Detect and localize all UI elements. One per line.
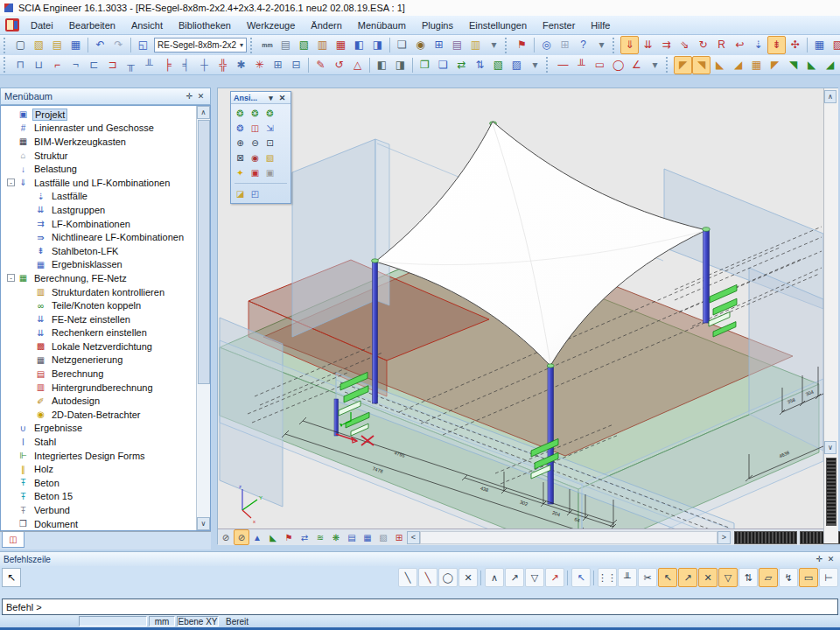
view-axo-2-button[interactable]: ❂ bbox=[248, 106, 262, 121]
expander-icon[interactable] bbox=[7, 137, 15, 145]
hinge-button[interactable]: ╡ bbox=[177, 56, 195, 74]
tree-item[interactable]: ◉ 2D-Daten-Betrachter bbox=[2, 408, 196, 422]
rectangle-button[interactable]: ▭ bbox=[591, 56, 609, 74]
wall-f4-button[interactable]: ◢ bbox=[729, 56, 747, 74]
menu-item[interactable]: Datei bbox=[23, 18, 61, 33]
expander-icon[interactable]: - bbox=[7, 178, 15, 186]
expander-icon[interactable] bbox=[7, 520, 15, 528]
calculator-button[interactable]: ⊞ bbox=[430, 36, 448, 54]
paste-button[interactable]: ❏ bbox=[434, 56, 452, 74]
snap-line-button[interactable]: ╲ bbox=[398, 568, 417, 587]
snap-intersection-toggle[interactable]: ✕ bbox=[698, 568, 718, 587]
expander-icon[interactable] bbox=[24, 234, 32, 242]
tree-item[interactable]: Ŧ Beton bbox=[2, 476, 196, 490]
menu-item[interactable]: Menübaum bbox=[350, 18, 414, 33]
toolbar-grip[interactable] bbox=[546, 57, 550, 73]
pin-icon[interactable]: ✛ bbox=[184, 91, 195, 102]
load-displacement-button[interactable]: ↩ bbox=[731, 36, 749, 54]
expander-icon[interactable] bbox=[7, 165, 15, 173]
scroll-down-icon[interactable]: ∨ bbox=[197, 517, 210, 530]
expander-icon[interactable] bbox=[24, 302, 32, 310]
expander-icon[interactable] bbox=[7, 151, 15, 159]
clipboard-view-button[interactable]: ◪ bbox=[233, 186, 248, 201]
menu-item[interactable]: Ändern bbox=[303, 18, 349, 33]
grid-points-toggle[interactable]: ⋮⋮ bbox=[598, 568, 617, 587]
load-moment-button[interactable]: ↻ bbox=[694, 36, 712, 54]
expander-icon[interactable] bbox=[24, 206, 32, 214]
shade-mode-button[interactable]: ▧ bbox=[375, 529, 391, 545]
gallery-button[interactable]: ▤ bbox=[276, 36, 295, 54]
viewport-3d[interactable]: 4795 7478 438 302 204 64 4638 358 304 bbox=[217, 88, 838, 544]
tree-item[interactable]: Ŧ Verbund bbox=[2, 503, 196, 517]
viewport-3d-scene[interactable]: 4795 7478 438 302 204 64 4638 358 304 bbox=[218, 88, 823, 528]
tree-item[interactable]: Ŧ Beton 15 bbox=[2, 490, 196, 504]
print-button[interactable]: ❏ bbox=[393, 36, 411, 54]
expander-icon[interactable] bbox=[24, 370, 32, 378]
document-new-button[interactable]: ▥ bbox=[466, 36, 485, 54]
expander-icon[interactable] bbox=[24, 397, 32, 405]
grid-button[interactable]: ⊞ bbox=[269, 56, 287, 74]
rib-button[interactable]: ⌐ bbox=[48, 56, 66, 74]
dimension-toggle[interactable]: ⇄ bbox=[297, 529, 312, 545]
toolbar-grip[interactable] bbox=[4, 38, 8, 53]
load-center-button[interactable]: ✣ bbox=[786, 36, 804, 54]
render-image-button[interactable]: ▣ bbox=[248, 165, 262, 180]
project-window-button[interactable]: ◱ bbox=[134, 36, 152, 54]
snap-length-toggle[interactable]: ▭ bbox=[799, 568, 818, 587]
tree-item[interactable]: ▣ Projekt bbox=[2, 108, 196, 122]
tree-item[interactable]: ⇊ FE-Netz einstellen bbox=[2, 312, 196, 326]
coord-system-button[interactable]: ⇲ bbox=[262, 121, 277, 136]
zoom-doc-button[interactable]: ◎ bbox=[537, 36, 556, 54]
tree-item[interactable]: ⇊ Rechenkern einstellen bbox=[2, 326, 196, 340]
copy-button[interactable]: ❐ bbox=[416, 56, 434, 74]
move-button[interactable]: ⇄ bbox=[452, 56, 471, 74]
expander-icon[interactable]: - bbox=[7, 274, 15, 282]
clip-plane-toggle[interactable]: ⊘ bbox=[234, 529, 249, 545]
light-toggle-button[interactable]: ✦ bbox=[233, 165, 248, 180]
cursor-mode-indicator[interactable]: ↖ bbox=[2, 568, 21, 587]
cursor-mode-button[interactable]: ↖ bbox=[571, 568, 591, 587]
tree-item[interactable]: # Linienraster und Geschosse bbox=[2, 122, 196, 136]
shell-button[interactable]: ╨ bbox=[140, 56, 158, 74]
clipboard-button[interactable]: ▥ bbox=[313, 36, 332, 54]
tree-item[interactable]: ▥ Strukturdaten kontrollieren bbox=[2, 285, 196, 299]
view-axo-4-button[interactable]: ❂ bbox=[233, 121, 248, 136]
snap-endpoint-toggle[interactable]: ↖ bbox=[658, 568, 677, 587]
line-button[interactable]: — bbox=[554, 56, 572, 74]
wall-f9-button[interactable]: ◢ bbox=[821, 56, 839, 74]
expander-icon[interactable] bbox=[24, 342, 32, 350]
grid-lines-toggle[interactable]: ╨ bbox=[618, 568, 637, 587]
document-button[interactable]: ▤ bbox=[448, 36, 466, 54]
tree-item[interactable]: ▩ Lokale Netzverdichtung bbox=[2, 340, 196, 354]
axes-toggle[interactable]: ▲ bbox=[249, 529, 265, 545]
expander-icon[interactable] bbox=[7, 479, 15, 486]
scroll-up-icon[interactable]: ∧ bbox=[197, 106, 210, 119]
snap-circle-button[interactable]: ◯ bbox=[438, 568, 458, 587]
save-all-button[interactable]: ▤ bbox=[48, 36, 66, 54]
raster-button[interactable]: ▦ bbox=[332, 36, 350, 54]
expander-icon[interactable] bbox=[24, 356, 32, 364]
toolbar-grip[interactable] bbox=[250, 38, 255, 53]
snow-wind-button[interactable]: ✱ bbox=[232, 56, 250, 74]
load-line-button[interactable]: ⇊ bbox=[639, 36, 657, 54]
zoom-in-button[interactable]: ⊕ bbox=[233, 136, 248, 150]
snap-delete-button[interactable]: ✕ bbox=[458, 568, 478, 587]
toolbar-grip[interactable] bbox=[666, 57, 670, 73]
snap-angle-button[interactable]: ∧ bbox=[485, 568, 504, 587]
render-mode-button[interactable]: ▦ bbox=[360, 529, 375, 545]
wall-f7-button[interactable]: ◥ bbox=[784, 56, 802, 74]
rotate-button[interactable]: ↺ bbox=[330, 56, 348, 74]
expander-icon[interactable] bbox=[24, 383, 32, 391]
tree-item[interactable]: ⌂ Struktur bbox=[2, 149, 196, 163]
grid-view-button[interactable]: ⊞ bbox=[391, 529, 407, 545]
status-cell-units[interactable]: mm bbox=[149, 616, 175, 626]
wall-button[interactable]: ⊐ bbox=[103, 56, 122, 74]
chevron-down-icon[interactable]: ▾ bbox=[240, 41, 243, 49]
expander-icon[interactable] bbox=[7, 493, 15, 500]
toolbar-grip[interactable] bbox=[4, 57, 8, 73]
tree-item[interactable]: ⇟ Stahlbeton-LFK bbox=[2, 244, 196, 258]
scroll-up-icon[interactable]: ∧ bbox=[824, 90, 836, 103]
mesh-toggle[interactable]: ❋ bbox=[328, 529, 344, 545]
tree-item[interactable]: ▤ Berechnung bbox=[2, 367, 196, 381]
expander-icon[interactable] bbox=[7, 124, 15, 132]
